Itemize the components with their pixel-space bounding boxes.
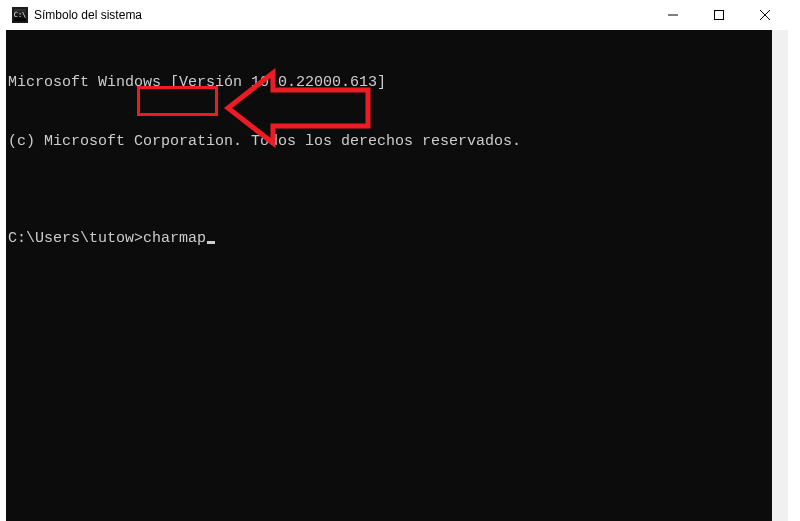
terminal-line-version: Microsoft Windows [Versión 10.0.22000.61… bbox=[8, 73, 772, 93]
terminal-prompt-line: C:\Users\tutow>charmap bbox=[8, 229, 772, 249]
cmd-window: C:\ Símbolo del sistema Microsoft Window… bbox=[6, 0, 788, 521]
vertical-scrollbar[interactable] bbox=[772, 30, 788, 521]
minimize-icon bbox=[668, 10, 678, 20]
cursor bbox=[207, 241, 215, 244]
close-button[interactable] bbox=[742, 0, 788, 30]
window-title: Símbolo del sistema bbox=[34, 8, 142, 22]
titlebar-left: C:\ Símbolo del sistema bbox=[12, 7, 142, 23]
close-icon bbox=[760, 10, 770, 20]
maximize-button[interactable] bbox=[696, 0, 742, 30]
minimize-button[interactable] bbox=[650, 0, 696, 30]
cmd-icon: C:\ bbox=[12, 7, 28, 23]
prompt-text: C:\Users\tutow> bbox=[8, 230, 143, 247]
terminal[interactable]: Microsoft Windows [Versión 10.0.22000.61… bbox=[6, 30, 772, 521]
maximize-icon bbox=[714, 10, 724, 20]
terminal-wrap: Microsoft Windows [Versión 10.0.22000.61… bbox=[6, 30, 788, 521]
titlebar[interactable]: C:\ Símbolo del sistema bbox=[6, 0, 788, 30]
terminal-line-copyright: (c) Microsoft Corporation. Todos los der… bbox=[8, 132, 772, 152]
svg-rect-1 bbox=[715, 11, 724, 20]
command-text: charmap bbox=[143, 230, 206, 247]
window-controls bbox=[650, 0, 788, 30]
